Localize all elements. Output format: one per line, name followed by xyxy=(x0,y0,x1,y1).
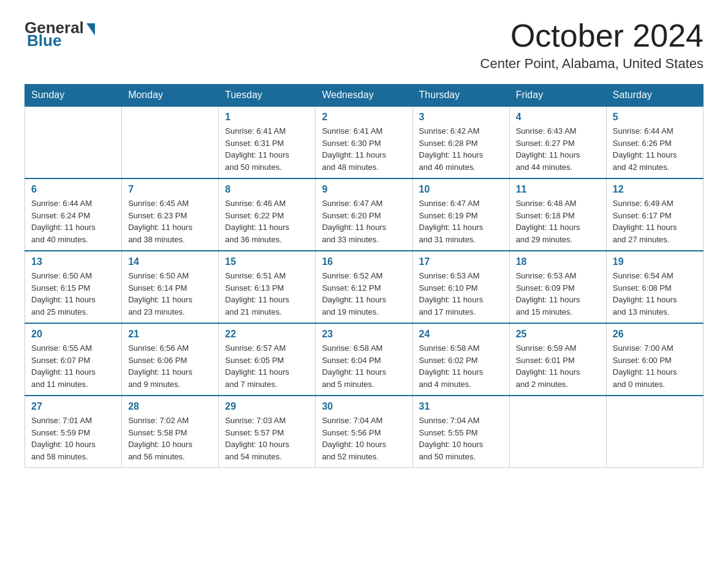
calendar-cell: 30Sunrise: 7:04 AM Sunset: 5:56 PM Dayli… xyxy=(316,396,412,468)
day-number: 12 xyxy=(613,184,697,195)
day-info: Sunrise: 6:51 AM Sunset: 6:13 PM Dayligh… xyxy=(225,270,309,318)
day-number: 25 xyxy=(516,329,600,340)
calendar-cell xyxy=(509,396,606,468)
calendar-cell: 31Sunrise: 7:04 AM Sunset: 5:55 PM Dayli… xyxy=(412,396,509,468)
calendar-week-row: 6Sunrise: 6:44 AM Sunset: 6:24 PM Daylig… xyxy=(25,178,703,251)
day-info: Sunrise: 6:58 AM Sunset: 6:04 PM Dayligh… xyxy=(322,342,406,390)
weekday-header-row: SundayMondayTuesdayWednesdayThursdayFrid… xyxy=(25,85,703,107)
calendar-cell: 22Sunrise: 6:57 AM Sunset: 6:05 PM Dayli… xyxy=(219,323,316,396)
day-number: 23 xyxy=(322,329,406,340)
day-info: Sunrise: 7:01 AM Sunset: 5:59 PM Dayligh… xyxy=(31,415,115,462)
day-number: 7 xyxy=(128,184,212,195)
calendar-cell xyxy=(25,106,122,178)
day-number: 9 xyxy=(322,184,406,195)
day-info: Sunrise: 7:04 AM Sunset: 5:56 PM Dayligh… xyxy=(322,415,406,462)
day-info: Sunrise: 6:43 AM Sunset: 6:27 PM Dayligh… xyxy=(516,125,600,173)
day-number: 16 xyxy=(322,256,406,267)
day-number: 14 xyxy=(128,256,212,267)
page-header: General Blue October 2024 Center Point, … xyxy=(25,18,703,72)
day-info: Sunrise: 6:50 AM Sunset: 6:15 PM Dayligh… xyxy=(31,270,115,318)
day-info: Sunrise: 6:59 AM Sunset: 6:01 PM Dayligh… xyxy=(516,342,600,390)
day-info: Sunrise: 6:52 AM Sunset: 6:12 PM Dayligh… xyxy=(322,270,406,318)
calendar-cell: 13Sunrise: 6:50 AM Sunset: 6:15 PM Dayli… xyxy=(25,251,122,323)
logo-blue-text: Blue xyxy=(27,31,61,50)
day-info: Sunrise: 6:45 AM Sunset: 6:23 PM Dayligh… xyxy=(128,197,212,245)
calendar-table: SundayMondayTuesdayWednesdayThursdayFrid… xyxy=(25,84,703,468)
day-info: Sunrise: 7:02 AM Sunset: 5:58 PM Dayligh… xyxy=(128,415,212,462)
calendar-cell: 18Sunrise: 6:53 AM Sunset: 6:09 PM Dayli… xyxy=(509,251,606,323)
logo-arrow-icon xyxy=(86,23,95,36)
calendar-cell: 9Sunrise: 6:47 AM Sunset: 6:20 PM Daylig… xyxy=(316,178,412,251)
day-info: Sunrise: 6:53 AM Sunset: 6:09 PM Dayligh… xyxy=(516,270,600,318)
calendar-cell: 17Sunrise: 6:53 AM Sunset: 6:10 PM Dayli… xyxy=(412,251,509,323)
day-info: Sunrise: 6:41 AM Sunset: 6:31 PM Dayligh… xyxy=(225,125,309,173)
calendar-week-row: 13Sunrise: 6:50 AM Sunset: 6:15 PM Dayli… xyxy=(25,251,703,323)
day-info: Sunrise: 6:44 AM Sunset: 6:24 PM Dayligh… xyxy=(31,197,115,245)
calendar-week-row: 20Sunrise: 6:55 AM Sunset: 6:07 PM Dayli… xyxy=(25,323,703,396)
day-number: 28 xyxy=(128,401,212,412)
day-number: 31 xyxy=(419,401,503,412)
day-info: Sunrise: 6:48 AM Sunset: 6:18 PM Dayligh… xyxy=(516,197,600,245)
calendar-cell: 14Sunrise: 6:50 AM Sunset: 6:14 PM Dayli… xyxy=(122,251,219,323)
day-number: 29 xyxy=(225,401,309,412)
day-number: 1 xyxy=(225,112,309,123)
day-info: Sunrise: 6:41 AM Sunset: 6:30 PM Dayligh… xyxy=(322,125,406,173)
calendar-cell xyxy=(122,106,219,178)
calendar-cell: 1Sunrise: 6:41 AM Sunset: 6:31 PM Daylig… xyxy=(219,106,316,178)
day-number: 22 xyxy=(225,329,309,340)
day-info: Sunrise: 6:56 AM Sunset: 6:06 PM Dayligh… xyxy=(128,342,212,390)
calendar-cell: 27Sunrise: 7:01 AM Sunset: 5:59 PM Dayli… xyxy=(25,396,122,468)
day-info: Sunrise: 6:53 AM Sunset: 6:10 PM Dayligh… xyxy=(419,270,503,318)
calendar-cell: 2Sunrise: 6:41 AM Sunset: 6:30 PM Daylig… xyxy=(316,106,412,178)
day-number: 30 xyxy=(322,401,406,412)
calendar-cell: 5Sunrise: 6:44 AM Sunset: 6:26 PM Daylig… xyxy=(606,106,703,178)
calendar-cell: 28Sunrise: 7:02 AM Sunset: 5:58 PM Dayli… xyxy=(122,396,219,468)
day-info: Sunrise: 6:47 AM Sunset: 6:20 PM Dayligh… xyxy=(322,197,406,245)
calendar-cell: 8Sunrise: 6:46 AM Sunset: 6:22 PM Daylig… xyxy=(219,178,316,251)
day-number: 6 xyxy=(31,184,115,195)
calendar-cell: 29Sunrise: 7:03 AM Sunset: 5:57 PM Dayli… xyxy=(219,396,316,468)
calendar-cell: 6Sunrise: 6:44 AM Sunset: 6:24 PM Daylig… xyxy=(25,178,122,251)
day-number: 17 xyxy=(419,256,503,267)
day-number: 18 xyxy=(516,256,600,267)
day-info: Sunrise: 6:46 AM Sunset: 6:22 PM Dayligh… xyxy=(225,197,309,245)
calendar-cell: 16Sunrise: 6:52 AM Sunset: 6:12 PM Dayli… xyxy=(316,251,412,323)
day-number: 5 xyxy=(613,112,697,123)
day-number: 21 xyxy=(128,329,212,340)
calendar-cell: 26Sunrise: 7:00 AM Sunset: 6:00 PM Dayli… xyxy=(606,323,703,396)
calendar-cell: 24Sunrise: 6:58 AM Sunset: 6:02 PM Dayli… xyxy=(412,323,509,396)
day-number: 26 xyxy=(613,329,697,340)
day-number: 19 xyxy=(613,256,697,267)
day-info: Sunrise: 6:44 AM Sunset: 6:26 PM Dayligh… xyxy=(613,125,697,173)
weekday-header-thursday: Thursday xyxy=(412,85,509,107)
calendar-week-row: 27Sunrise: 7:01 AM Sunset: 5:59 PM Dayli… xyxy=(25,396,703,468)
day-number: 10 xyxy=(419,184,503,195)
calendar-cell: 21Sunrise: 6:56 AM Sunset: 6:06 PM Dayli… xyxy=(122,323,219,396)
day-info: Sunrise: 6:49 AM Sunset: 6:17 PM Dayligh… xyxy=(613,197,697,245)
day-info: Sunrise: 6:57 AM Sunset: 6:05 PM Dayligh… xyxy=(225,342,309,390)
calendar-cell: 3Sunrise: 6:42 AM Sunset: 6:28 PM Daylig… xyxy=(412,106,509,178)
calendar-cell: 7Sunrise: 6:45 AM Sunset: 6:23 PM Daylig… xyxy=(122,178,219,251)
day-number: 4 xyxy=(516,112,600,123)
day-info: Sunrise: 6:47 AM Sunset: 6:19 PM Dayligh… xyxy=(419,197,503,245)
day-info: Sunrise: 6:58 AM Sunset: 6:02 PM Dayligh… xyxy=(419,342,503,390)
day-number: 8 xyxy=(225,184,309,195)
location-subtitle: Center Point, Alabama, United States xyxy=(480,56,703,72)
logo: General Blue xyxy=(25,18,95,50)
weekday-header-monday: Monday xyxy=(122,85,219,107)
day-number: 2 xyxy=(322,112,406,123)
month-year-title: October 2024 xyxy=(480,18,703,53)
title-area: October 2024 Center Point, Alabama, Unit… xyxy=(480,18,703,72)
calendar-cell: 11Sunrise: 6:48 AM Sunset: 6:18 PM Dayli… xyxy=(509,178,606,251)
day-info: Sunrise: 6:50 AM Sunset: 6:14 PM Dayligh… xyxy=(128,270,212,318)
day-number: 24 xyxy=(419,329,503,340)
weekday-header-tuesday: Tuesday xyxy=(219,85,316,107)
day-number: 15 xyxy=(225,256,309,267)
calendar-cell: 19Sunrise: 6:54 AM Sunset: 6:08 PM Dayli… xyxy=(606,251,703,323)
calendar-week-row: 1Sunrise: 6:41 AM Sunset: 6:31 PM Daylig… xyxy=(25,106,703,178)
calendar-cell xyxy=(606,396,703,468)
day-info: Sunrise: 6:54 AM Sunset: 6:08 PM Dayligh… xyxy=(613,270,697,318)
day-info: Sunrise: 7:04 AM Sunset: 5:55 PM Dayligh… xyxy=(419,415,503,462)
calendar-cell: 10Sunrise: 6:47 AM Sunset: 6:19 PM Dayli… xyxy=(412,178,509,251)
day-number: 27 xyxy=(31,401,115,412)
